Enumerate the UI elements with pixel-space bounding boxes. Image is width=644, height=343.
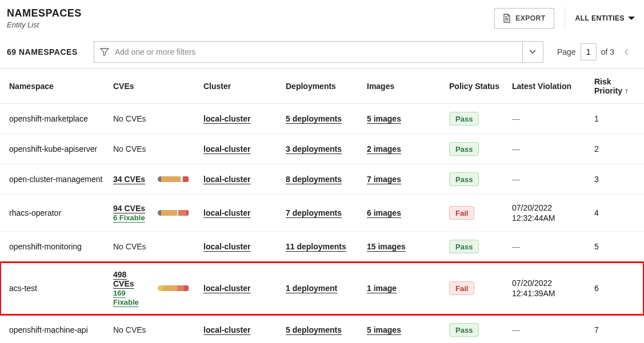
pagination: Page of 3 <box>557 43 635 60</box>
col-cves[interactable]: CVEs <box>109 69 199 104</box>
export-button[interactable]: EXPORT <box>494 8 554 29</box>
col-latest-violation[interactable]: Latest Violation <box>507 69 590 104</box>
col-deployments[interactable]: Deployments <box>281 69 362 104</box>
cell-cluster: local-cluster <box>199 134 281 164</box>
cluster-link[interactable]: local-cluster <box>203 208 250 217</box>
severity-bar <box>158 210 190 216</box>
page-input[interactable] <box>581 43 597 60</box>
cell-cluster: local-cluster <box>199 262 281 315</box>
risk-priority-value: 2 <box>594 144 599 154</box>
cell-images: 5 images <box>362 315 445 343</box>
page-of-label: of 3 <box>601 47 614 57</box>
cluster-link[interactable]: local-cluster <box>203 114 250 123</box>
table-header-row: Namespace CVEs Cluster Deployments Image… <box>0 69 644 104</box>
pass-badge: Pass <box>449 240 479 253</box>
col-cluster[interactable]: Cluster <box>199 69 281 104</box>
images-link[interactable]: 1 image <box>367 284 397 293</box>
cell-risk-priority: 4 <box>590 195 644 232</box>
severity-segment <box>178 210 186 216</box>
deployments-link[interactable]: 3 deployments <box>286 144 342 154</box>
cluster-link[interactable]: local-cluster <box>203 175 250 184</box>
cell-images: 7 images <box>362 164 445 195</box>
filter-input[interactable] <box>115 47 517 57</box>
deployments-link[interactable]: 8 deployments <box>286 175 342 184</box>
table-row[interactable]: openshift-machine-apiNo CVEslocal-cluste… <box>0 315 644 343</box>
cell-deployments: 11 deployments <box>281 232 362 262</box>
severity-segment <box>163 285 177 291</box>
cell-cluster: local-cluster <box>199 232 281 262</box>
table-row[interactable]: rhacs-operator94 CVEs6 Fixablelocal-clus… <box>0 195 644 232</box>
deployments-link[interactable]: 7 deployments <box>286 208 342 217</box>
cell-risk-priority: 6 <box>590 262 644 315</box>
cell-namespace: openshift-monitoring <box>0 232 109 262</box>
severity-segment <box>158 285 163 291</box>
table-row[interactable]: openshift-kube-apiserverNo CVEslocal-clu… <box>0 134 644 164</box>
cell-severity-bar <box>153 232 199 262</box>
filter-dropdown-toggle[interactable] <box>522 42 543 62</box>
col-images[interactable]: Images <box>362 69 445 104</box>
table-row[interactable]: openshift-monitoringNo CVEslocal-cluster… <box>0 232 644 262</box>
fixable-link[interactable]: 6 Fixable <box>113 213 145 222</box>
cell-policy-status: Fail <box>445 195 507 232</box>
table-row[interactable]: open-cluster-management34 CVEslocal-clus… <box>0 164 644 195</box>
table-row[interactable]: openshift-marketplaceNo CVEslocal-cluste… <box>0 104 644 134</box>
col-namespace[interactable]: Namespace <box>0 69 109 104</box>
page-prev-button[interactable] <box>619 43 635 60</box>
cell-cves: No CVEs <box>109 315 153 343</box>
chevron-left-icon <box>625 49 629 55</box>
no-violation-dash: — <box>512 325 520 334</box>
cell-images: 6 images <box>362 195 445 232</box>
cell-latest-violation: 07/20/202212:41:39AM <box>507 262 590 315</box>
cluster-link[interactable]: local-cluster <box>203 242 250 251</box>
namespace-name: acs-test <box>9 284 37 293</box>
cluster-link[interactable]: local-cluster <box>203 144 250 154</box>
fixable-link[interactable]: 169 Fixable <box>113 289 139 306</box>
cve-count-link[interactable]: 498 CVEs <box>113 270 149 288</box>
col-risk-priority[interactable]: Risk Priority ↑ <box>590 69 644 104</box>
namespace-name: openshift-kube-apiserver <box>9 144 97 154</box>
cve-count-link[interactable]: 94 CVEs <box>113 204 149 213</box>
cell-images: 2 images <box>362 134 445 164</box>
images-link[interactable]: 7 images <box>367 175 401 184</box>
images-link[interactable]: 2 images <box>367 144 401 154</box>
images-link[interactable]: 5 images <box>367 114 401 123</box>
cell-deployments: 5 deployments <box>281 315 362 343</box>
violation-time: 12:32:44AM <box>512 213 585 223</box>
severity-segment <box>186 210 189 216</box>
deployments-link[interactable]: 5 deployments <box>286 114 342 123</box>
cluster-link[interactable]: local-cluster <box>203 325 250 334</box>
fail-badge: Fail <box>449 281 474 295</box>
cell-cves: 94 CVEs6 Fixable <box>109 195 153 232</box>
deployments-link[interactable]: 5 deployments <box>286 325 342 334</box>
images-link[interactable]: 5 images <box>367 325 401 334</box>
cve-count-link[interactable]: 34 CVEs <box>113 175 149 184</box>
severity-segment <box>183 176 189 182</box>
cell-images: 1 image <box>362 262 445 315</box>
cell-cluster: local-cluster <box>199 164 281 195</box>
all-entities-dropdown[interactable]: ALL ENTITIES <box>575 14 635 22</box>
cell-namespace: rhacs-operator <box>0 195 109 232</box>
cell-cves: No CVEs <box>109 104 153 134</box>
cell-images: 15 images <box>362 232 445 262</box>
deployments-link[interactable]: 11 deployments <box>286 242 346 251</box>
deployments-link[interactable]: 1 deployment <box>286 284 337 293</box>
violation-time: 12:41:39AM <box>512 288 585 298</box>
filter-input-wrap[interactable] <box>94 42 522 62</box>
risk-priority-value: 7 <box>594 325 599 334</box>
pass-badge: Pass <box>449 112 479 126</box>
cluster-link[interactable]: local-cluster <box>203 284 250 293</box>
cell-deployments: 7 deployments <box>281 195 362 232</box>
cell-policy-status: Pass <box>445 164 507 195</box>
namespace-name: openshift-monitoring <box>9 242 82 251</box>
col-policy-status[interactable]: Policy Status <box>445 69 507 104</box>
cell-severity-bar <box>153 315 199 343</box>
table-row[interactable]: acs-test498 CVEs169 Fixablelocal-cluster… <box>0 262 644 315</box>
images-link[interactable]: 6 images <box>367 208 401 217</box>
cell-latest-violation: — <box>507 232 590 262</box>
images-link[interactable]: 15 images <box>367 242 406 251</box>
namespace-count: 69 NAMESPACES <box>7 47 78 57</box>
cell-cves: 498 CVEs169 Fixable <box>109 262 153 315</box>
page-subtitle: Entity List <box>7 21 494 29</box>
no-cves-label: No CVEs <box>113 325 146 334</box>
risk-priority-value: 1 <box>594 114 599 123</box>
